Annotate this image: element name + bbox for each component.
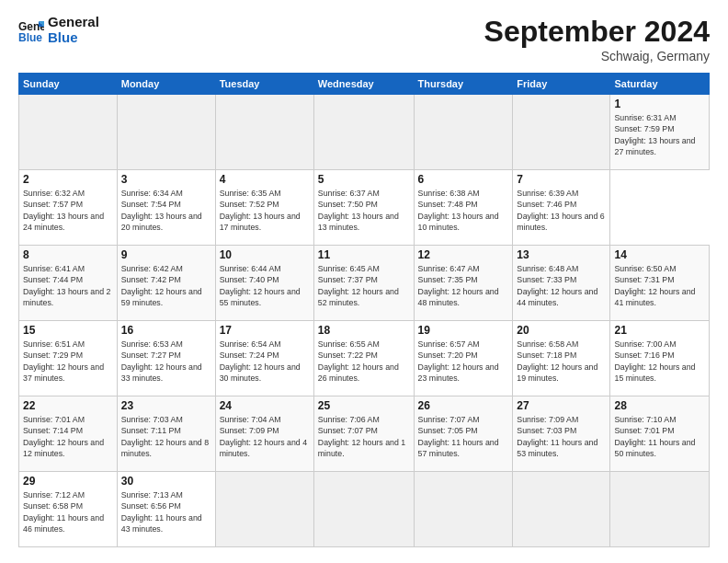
- table-row: 20Sunrise: 6:58 AMSunset: 7:18 PMDayligh…: [513, 321, 610, 396]
- day-number: 12: [418, 248, 509, 261]
- month-title: September 2024: [484, 15, 710, 49]
- day-info: Sunrise: 6:54 AMSunset: 7:24 PMDaylight:…: [220, 339, 310, 384]
- day-info: Sunrise: 6:44 AMSunset: 7:40 PMDaylight:…: [220, 263, 310, 308]
- day-number: 11: [318, 248, 410, 261]
- day-info: Sunrise: 6:32 AMSunset: 7:57 PMDaylight:…: [23, 188, 113, 233]
- day-number: 25: [318, 399, 410, 412]
- table-row: 27Sunrise: 7:09 AMSunset: 7:03 PMDayligh…: [513, 396, 610, 472]
- table-row: [19, 95, 118, 170]
- day-info: Sunrise: 6:58 AMSunset: 7:18 PMDaylight:…: [517, 339, 606, 384]
- table-row: 22Sunrise: 7:01 AMSunset: 7:14 PMDayligh…: [19, 396, 118, 472]
- table-row: [513, 95, 610, 170]
- day-info: Sunrise: 6:47 AMSunset: 7:35 PMDaylight:…: [418, 263, 509, 308]
- calendar-page: General Blue General Blue September 2024…: [0, 0, 728, 563]
- day-number: 14: [614, 248, 705, 261]
- day-number: 21: [614, 324, 705, 337]
- day-number: 22: [23, 399, 113, 412]
- table-row: [414, 472, 513, 547]
- day-number: 16: [121, 324, 211, 337]
- day-info: Sunrise: 6:38 AMSunset: 7:48 PMDaylight:…: [418, 188, 509, 233]
- logo-icon: General Blue: [18, 17, 44, 43]
- table-row: 9Sunrise: 6:42 AMSunset: 7:42 PMDaylight…: [117, 246, 215, 321]
- day-number: 23: [121, 399, 211, 412]
- table-row: 23Sunrise: 7:03 AMSunset: 7:11 PMDayligh…: [117, 396, 215, 472]
- day-info: Sunrise: 6:48 AMSunset: 7:33 PMDaylight:…: [517, 263, 606, 308]
- col-wednesday: Wednesday: [313, 74, 414, 95]
- table-row: 25Sunrise: 7:06 AMSunset: 7:07 PMDayligh…: [313, 396, 414, 472]
- day-info: Sunrise: 6:41 AMSunset: 7:44 PMDaylight:…: [23, 263, 113, 308]
- table-row: 11Sunrise: 6:45 AMSunset: 7:37 PMDayligh…: [313, 246, 414, 321]
- table-row: [414, 95, 513, 170]
- table-row: [117, 95, 215, 170]
- title-block: September 2024 Schwaig, Germany: [484, 15, 710, 63]
- day-info: Sunrise: 6:37 AMSunset: 7:50 PMDaylight:…: [318, 188, 410, 233]
- day-info: Sunrise: 6:35 AMSunset: 7:52 PMDaylight:…: [220, 188, 310, 233]
- table-row: 13Sunrise: 6:48 AMSunset: 7:33 PMDayligh…: [513, 246, 610, 321]
- table-row: 28Sunrise: 7:10 AMSunset: 7:01 PMDayligh…: [610, 396, 710, 472]
- table-row: 18Sunrise: 6:55 AMSunset: 7:22 PMDayligh…: [313, 321, 414, 396]
- day-info: Sunrise: 6:34 AMSunset: 7:54 PMDaylight:…: [121, 188, 211, 233]
- logo-general: General: [48, 14, 99, 29]
- day-info: Sunrise: 7:01 AMSunset: 7:14 PMDaylight:…: [23, 414, 113, 459]
- logo-blue: Blue: [48, 29, 78, 45]
- day-number: 3: [121, 173, 211, 186]
- day-number: 29: [23, 475, 113, 488]
- table-row: [313, 95, 414, 170]
- day-info: Sunrise: 7:13 AMSunset: 6:56 PMDaylight:…: [121, 489, 211, 534]
- day-info: Sunrise: 6:42 AMSunset: 7:42 PMDaylight:…: [121, 263, 211, 308]
- day-info: Sunrise: 7:09 AMSunset: 7:03 PMDaylight:…: [517, 414, 606, 459]
- day-number: 20: [517, 324, 606, 337]
- day-info: Sunrise: 7:10 AMSunset: 7:01 PMDaylight:…: [614, 414, 705, 459]
- table-row: 29Sunrise: 7:12 AMSunset: 6:58 PMDayligh…: [19, 472, 118, 547]
- table-row: 16Sunrise: 6:53 AMSunset: 7:27 PMDayligh…: [117, 321, 215, 396]
- day-info: Sunrise: 7:04 AMSunset: 7:09 PMDaylight:…: [220, 414, 310, 459]
- day-number: 10: [220, 248, 310, 261]
- svg-text:Blue: Blue: [18, 31, 42, 43]
- table-row: 19Sunrise: 6:57 AMSunset: 7:20 PMDayligh…: [414, 321, 513, 396]
- table-row: [313, 472, 414, 547]
- day-number: 6: [418, 173, 509, 186]
- table-row: 7Sunrise: 6:39 AMSunset: 7:46 PMDaylight…: [513, 170, 610, 246]
- day-info: Sunrise: 7:07 AMSunset: 7:05 PMDaylight:…: [418, 414, 509, 459]
- day-info: Sunrise: 6:51 AMSunset: 7:29 PMDaylight:…: [23, 339, 113, 384]
- table-row: [610, 472, 710, 547]
- col-monday: Monday: [117, 74, 215, 95]
- day-number: 9: [121, 248, 211, 261]
- day-info: Sunrise: 7:06 AMSunset: 7:07 PMDaylight:…: [318, 414, 410, 459]
- calendar-table: Sunday Monday Tuesday Wednesday Thursday…: [18, 73, 710, 547]
- day-number: 28: [614, 399, 705, 412]
- table-row: 3Sunrise: 6:34 AMSunset: 7:54 PMDaylight…: [117, 170, 215, 246]
- table-row: [513, 472, 610, 547]
- table-row: 8Sunrise: 6:41 AMSunset: 7:44 PMDaylight…: [19, 246, 118, 321]
- table-row: 30Sunrise: 7:13 AMSunset: 6:56 PMDayligh…: [117, 472, 215, 547]
- table-row: 21Sunrise: 7:00 AMSunset: 7:16 PMDayligh…: [610, 321, 710, 396]
- day-info: Sunrise: 6:31 AMSunset: 7:59 PMDaylight:…: [614, 112, 705, 157]
- day-info: Sunrise: 7:12 AMSunset: 6:58 PMDaylight:…: [23, 489, 113, 534]
- col-saturday: Saturday: [610, 74, 710, 95]
- table-row: 14Sunrise: 6:50 AMSunset: 7:31 PMDayligh…: [610, 246, 710, 321]
- day-info: Sunrise: 6:39 AMSunset: 7:46 PMDaylight:…: [517, 188, 606, 233]
- day-number: 15: [23, 324, 113, 337]
- day-info: Sunrise: 6:57 AMSunset: 7:20 PMDaylight:…: [418, 339, 509, 384]
- day-number: 13: [517, 248, 606, 261]
- day-number: 8: [23, 248, 113, 261]
- day-number: 7: [517, 173, 606, 186]
- day-number: 1: [614, 98, 705, 110]
- day-number: 19: [418, 324, 509, 337]
- table-row: 2Sunrise: 6:32 AMSunset: 7:57 PMDaylight…: [19, 170, 118, 246]
- col-sunday: Sunday: [19, 74, 118, 95]
- day-info: Sunrise: 6:50 AMSunset: 7:31 PMDaylight:…: [614, 263, 705, 308]
- header: General Blue General Blue September 2024…: [18, 15, 710, 63]
- day-number: 24: [220, 399, 310, 412]
- table-row: [215, 472, 313, 547]
- day-number: 17: [220, 324, 310, 337]
- logo: General Blue General Blue: [18, 15, 99, 45]
- day-number: 26: [418, 399, 509, 412]
- col-tuesday: Tuesday: [215, 74, 313, 95]
- table-row: 17Sunrise: 6:54 AMSunset: 7:24 PMDayligh…: [215, 321, 313, 396]
- day-number: 27: [517, 399, 606, 412]
- table-row: [215, 95, 313, 170]
- day-info: Sunrise: 6:55 AMSunset: 7:22 PMDaylight:…: [318, 339, 410, 384]
- day-info: Sunrise: 7:00 AMSunset: 7:16 PMDaylight:…: [614, 339, 705, 384]
- table-row: 6Sunrise: 6:38 AMSunset: 7:48 PMDaylight…: [414, 170, 513, 246]
